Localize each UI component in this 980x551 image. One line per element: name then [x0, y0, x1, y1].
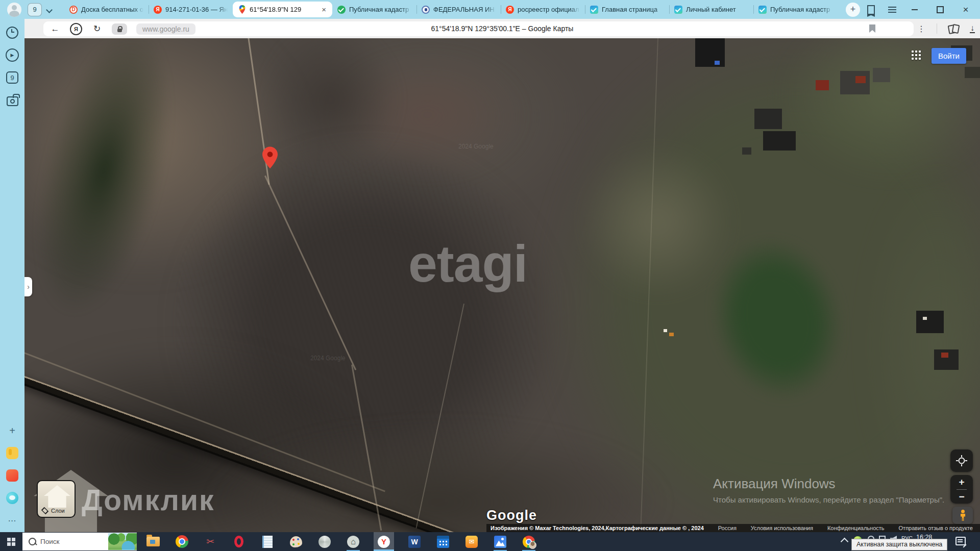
chevron-down-icon[interactable] — [47, 7, 52, 12]
taskbar-domclick-app[interactable]: ⌂ — [345, 532, 361, 551]
activation-title: Активация Windows — [713, 476, 944, 492]
start-button[interactable] — [0, 532, 22, 551]
windows-logo-icon — [7, 538, 15, 546]
google-logo: Google — [486, 508, 537, 523]
taskbar-calendar[interactable] — [435, 532, 451, 551]
terms-link[interactable]: Условия использования — [751, 525, 813, 531]
close-tab-icon[interactable]: × — [321, 5, 327, 14]
google-apps-grid-icon[interactable] — [912, 51, 922, 61]
pegman-button[interactable] — [952, 507, 973, 524]
crosshair-icon — [956, 455, 967, 466]
signin-button[interactable]: Войти — [932, 48, 966, 64]
taskbar-chrome[interactable] — [174, 532, 190, 551]
tab-label: Публичная кадастр — [770, 6, 832, 13]
windows-taskbar: Поиск ✂ ⌂ Y W ✉ РУС 16:28 24 Активная за… — [0, 532, 980, 551]
lock-icon — [117, 29, 122, 32]
tab-google-maps-active[interactable]: 61°54'18.9"N 129 × — [233, 2, 332, 17]
tab-label: 61°54'18.9"N 129 — [250, 6, 317, 13]
url-field[interactable]: www.google.ru — [136, 23, 195, 35]
emoji-hand-icon[interactable] — [6, 446, 19, 460]
divider — [957, 489, 967, 490]
search-placeholder: Поиск — [40, 538, 59, 545]
taskbar-chrome-profile[interactable] — [521, 532, 537, 551]
tabs-count-icon[interactable]: 9 — [6, 71, 19, 84]
taskbar-paint[interactable] — [288, 532, 304, 551]
minimize-button[interactable] — [910, 5, 920, 15]
map-marker-pin[interactable] — [262, 146, 278, 169]
close-window-button[interactable]: × — [961, 5, 971, 15]
tab-label: Доска бесплатных о — [81, 6, 143, 13]
screenshot-icon[interactable] — [6, 93, 19, 107]
tab-label: 914-271-01-36 — Ян — [165, 6, 228, 13]
tab-count-badge[interactable]: 9 — [28, 3, 42, 16]
tab-doska[interactable]: D Доска бесплатных о — [64, 0, 149, 19]
tab-account[interactable]: Личный кабинет — [669, 0, 753, 19]
tab-bar: 9 D Доска бесплатных о Я 914-271-01-36 —… — [0, 0, 980, 19]
privacy-link[interactable]: Конфиденциальность — [827, 525, 885, 531]
tab-label: росреестр официал — [518, 6, 580, 13]
tab-kadastr-1[interactable]: Публичная кадастр — [332, 0, 416, 19]
tab-yandex-search[interactable]: Я 914-271-01-36 — Ян — [149, 0, 233, 19]
check-favicon — [337, 6, 346, 14]
taskbar-opera[interactable] — [231, 532, 247, 551]
bookmarks-panel-icon[interactable] — [867, 5, 875, 14]
google-maps-pin-icon — [238, 6, 246, 14]
map-viewport[interactable]: 2024 Google 2024 Google etagi Слои Домкл… — [24, 38, 980, 532]
chevron-right-icon: › — [27, 283, 30, 291]
messenger-icon[interactable] — [6, 491, 19, 505]
taskbar-word[interactable]: W — [406, 532, 423, 551]
toolbar-actions — [867, 5, 896, 14]
tab-kadastr-2[interactable]: Публичная кадастр — [753, 0, 838, 19]
tab-label: Личный кабинет — [686, 6, 748, 13]
zoom-out-button[interactable]: − — [959, 491, 964, 503]
refresh-icon[interactable]: ↻ — [91, 23, 103, 34]
browser-sidebar: ▶ 9 + ⋯ — [0, 19, 24, 532]
layers-button[interactable]: Слои — [37, 480, 76, 518]
taskbar-yandex-browser-active[interactable]: Y — [374, 532, 394, 551]
imagery-ghost-credit: 2024 Google — [458, 143, 494, 150]
region-label: Россия — [718, 525, 737, 531]
my-location-button[interactable] — [950, 449, 973, 472]
search-highlight-image[interactable] — [108, 533, 137, 550]
more-menu-icon[interactable]: ⋮ — [917, 24, 925, 34]
tray-expand-icon[interactable] — [841, 538, 849, 546]
add-panel-icon[interactable]: + — [6, 424, 19, 437]
taskbar-mail[interactable]: ✉ — [463, 532, 480, 551]
games-icon[interactable] — [6, 469, 19, 482]
sidebar-expand-handle[interactable]: › — [24, 277, 32, 296]
video-icon[interactable]: ▶ — [6, 48, 19, 62]
profile-avatar[interactable] — [7, 3, 21, 17]
new-tab-button[interactable]: + — [846, 3, 860, 17]
download-icon[interactable]: ↓ — [970, 24, 975, 33]
taskbar-file-explorer[interactable] — [145, 532, 161, 551]
layers-label-row: Слои — [42, 508, 65, 514]
map-attribution-bar: Изображения © Maxar Technologies, 2024,К… — [486, 524, 980, 532]
taskbar-snipping-tool[interactable]: ✂ — [202, 532, 218, 551]
site-security-chip[interactable] — [112, 23, 127, 35]
history-icon[interactable] — [6, 26, 19, 39]
etagi-watermark: etagi — [408, 234, 527, 294]
taskbar-notepad[interactable] — [259, 532, 276, 551]
feedback-link[interactable]: Отправить отзыв о продукте — [899, 525, 973, 531]
imagery-credit: Изображения © Maxar Technologies, 2024,К… — [491, 525, 704, 531]
gosuslugi-favicon — [590, 6, 598, 14]
tab-gosuslugi-home[interactable]: Главная страница — [585, 0, 669, 19]
zoom-in-button[interactable]: + — [959, 477, 964, 488]
pinned-apps: ✂ ⌂ Y W ✉ — [145, 532, 537, 551]
profile-avatar-badge — [529, 541, 536, 549]
back-icon[interactable]: ← — [50, 24, 61, 34]
action-center-icon[interactable] — [955, 537, 966, 545]
taskbar-photos[interactable] — [492, 532, 508, 551]
maximize-button[interactable] — [935, 5, 945, 15]
yandex-button-icon[interactable]: Я — [70, 23, 82, 35]
tab-federal[interactable]: ФЕДЕРАЛЬНАЯ ИН — [416, 0, 501, 19]
more-icon[interactable]: ⋯ — [6, 514, 19, 527]
tab-rosreestr[interactable]: Я росреестр официал — [501, 0, 585, 19]
layers-label: Слои — [51, 508, 65, 514]
taskbar-search[interactable]: Поиск — [22, 533, 137, 550]
address-bar[interactable]: ← Я ↻ www.google.ru — [43, 21, 914, 36]
activation-subtitle: Чтобы активировать Windows, перейдите в … — [713, 495, 944, 504]
taskbar-app-gray[interactable] — [316, 532, 333, 551]
collections-icon[interactable] — [948, 24, 959, 33]
menu-icon[interactable] — [888, 7, 896, 13]
